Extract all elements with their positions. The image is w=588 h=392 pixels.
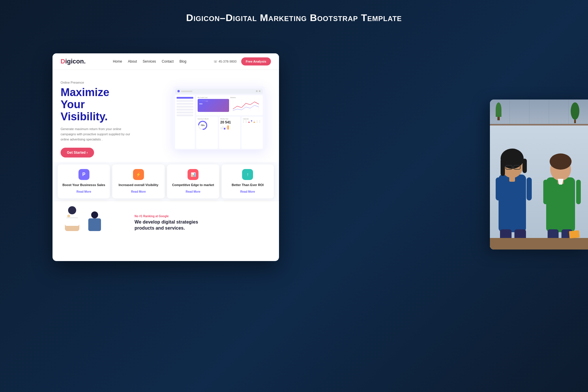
nav-phone: ☏ 45-378-9800 [214, 60, 236, 63]
logo: Digicon. [61, 58, 86, 65]
statistics-chart [230, 99, 262, 112]
bottom-label: No #1 Ranking at Google [134, 215, 271, 218]
navbar: Digicon. Home About Services Contact Blo… [53, 53, 279, 70]
people-area [490, 125, 588, 250]
nav-links: Home About Services Contact Blog [113, 59, 186, 63]
bottom-figures [61, 205, 129, 231]
nav-contact[interactable]: Contact [162, 59, 174, 63]
service-title-4: Better Than Ever ROI [224, 183, 271, 187]
service-link-1[interactable]: Read More [76, 190, 91, 193]
dash-top-bar [175, 89, 263, 94]
logo-accent: D [61, 58, 65, 65]
hero-label: Online Presence [61, 81, 164, 84]
bottom-title: We develop digital strategies products a… [134, 219, 271, 231]
plant-left [493, 102, 504, 120]
page-title-area: Digicon–Digital Marketing Bootstrap Temp… [0, 0, 588, 31]
nav-home[interactable]: Home [113, 59, 122, 63]
person-figure-2 [86, 211, 103, 231]
hero-title: Maximize Your Visibility. [61, 87, 164, 123]
dash-content: My Credit Card **** **** **** 2845 VISA … [196, 95, 263, 149]
svg-rect-31 [543, 180, 548, 204]
service-icon-2: ⚡ [133, 169, 144, 180]
service-card-3: 📊 Competitive Edge to market Read More [167, 164, 219, 198]
services-row: P Boost Your Businesss Sales Read More ⚡… [53, 162, 279, 201]
service-icon-4: ↑ [242, 169, 253, 180]
notebook [569, 230, 580, 239]
service-title-1: Boost Your Businesss Sales [61, 183, 107, 187]
hero-title-line1: Maximize [61, 86, 109, 98]
hero-right: My Credit Card **** **** **** 2845 VISA … [167, 78, 271, 157]
right-photo-panel [490, 100, 588, 250]
service-card-1: P Boost Your Businesss Sales Read More [58, 164, 110, 198]
hero-title-line2: Your [61, 98, 85, 110]
service-title-3: Competitive Edge to market [170, 183, 216, 187]
get-started-button[interactable]: Get Started › [61, 148, 94, 157]
phone-icon: ☏ [214, 60, 218, 63]
svg-rect-23 [496, 177, 501, 200]
hero-description: Generate maximum return from your online… [61, 127, 136, 142]
service-title-2: Increased overall Visibility [115, 183, 162, 187]
hero-section: Online Presence Maximize Your Visibility… [53, 70, 279, 162]
service-card-2: ⚡ Increased overall Visibility Read More [112, 164, 164, 198]
bottom-preview: No #1 Ranking at Google We develop digit… [53, 201, 279, 235]
person-woman [493, 140, 535, 250]
service-link-4[interactable]: Read More [240, 190, 255, 193]
svg-rect-14 [499, 175, 526, 232]
service-icon-1: P [78, 169, 89, 180]
person-figure-1 [61, 205, 84, 231]
svg-rect-17 [501, 159, 505, 176]
person-man [542, 146, 587, 250]
bottom-text: No #1 Ranking at Google We develop digit… [134, 215, 271, 231]
free-analysis-button[interactable]: Free Analysis [241, 57, 271, 65]
svg-rect-18 [523, 159, 527, 173]
svg-rect-22 [509, 176, 515, 182]
nav-about[interactable]: About [128, 59, 137, 63]
svg-text:75%: 75% [201, 124, 205, 126]
page-title: Digicon–Digital Marketing Bootstrap Temp… [0, 12, 588, 23]
service-icon-3: 📊 [188, 169, 199, 180]
nav-services[interactable]: Services [143, 59, 156, 63]
mockup-wrapper: Digicon. Home About Services Contact Blo… [53, 53, 279, 261]
bottom-title-line2: products and services. [134, 226, 185, 230]
hero-title-line3: Visibility. [61, 110, 108, 123]
service-link-2[interactable]: Read More [131, 190, 146, 193]
svg-rect-11 [66, 217, 78, 218]
nav-right: ☏ 45-378-9800 Free Analysis [214, 57, 271, 65]
bottom-title-line1: We develop digital strategies [134, 220, 198, 224]
service-link-3[interactable]: Read More [186, 190, 201, 193]
svg-point-7 [68, 206, 76, 214]
svg-point-10 [67, 215, 70, 217]
svg-rect-27 [546, 177, 575, 232]
plant-right [568, 102, 582, 123]
nav-blog[interactable]: Blog [179, 59, 186, 63]
phone-number: 45-378-9800 [218, 60, 236, 63]
dashboard-mockup: My Credit Card **** **** **** 2845 VISA … [173, 86, 265, 150]
svg-point-12 [91, 211, 98, 218]
svg-rect-32 [576, 180, 581, 204]
svg-rect-24 [527, 177, 532, 200]
svg-rect-9 [65, 214, 79, 226]
hero-left: Online Presence Maximize Your Visibility… [61, 78, 164, 157]
svg-point-29 [550, 153, 572, 170]
dash-sidebar [175, 95, 195, 149]
logo-main: igicon. [65, 58, 86, 65]
desk-surface [490, 238, 588, 250]
service-card-4: ↑ Better Than Ever ROI Read More [222, 164, 274, 198]
svg-rect-13 [88, 218, 101, 231]
